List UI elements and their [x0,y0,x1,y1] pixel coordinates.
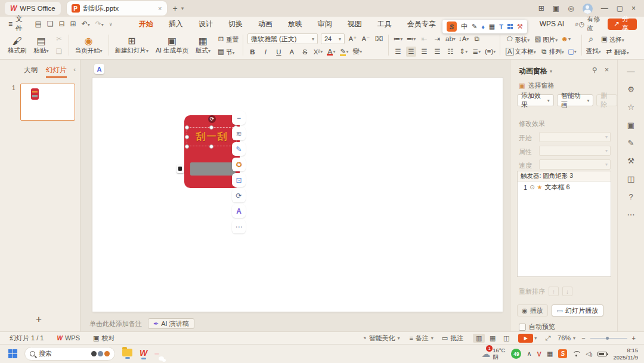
distribute-button[interactable]: ☷ [445,47,456,57]
tray-expand-icon[interactable]: ∧ [527,350,531,358]
tab-view[interactable]: 视图 [348,19,362,29]
wifi-icon[interactable] [572,351,580,356]
tab-insert[interactable]: 插入 [169,19,183,29]
properties-icon[interactable]: ⚙ [627,85,634,94]
selection-handle[interactable] [185,125,189,130]
italic-button[interactable]: I [261,47,271,57]
align-left-button[interactable]: ☰ [393,47,403,57]
bullets-button[interactable]: ≔▾ [393,34,403,44]
text-direction-button[interactable]: ab▾ [445,34,456,44]
comment-marker[interactable] [177,165,184,173]
decrease-font-icon[interactable]: A⁻ [361,34,371,44]
screenshot-icon[interactable]: ⊞ [538,4,544,13]
restore-button[interactable]: ▢ [617,4,623,13]
tab-list-caret-icon[interactable]: ▾ [181,5,184,11]
weather-widget[interactable]: ☁ 1 16°C 阴 [481,347,505,361]
tray-voice-icon[interactable]: ▦ [547,350,553,358]
add-effect-button[interactable]: 添加效果▾ [517,94,554,106]
new-tab-button[interactable]: + [173,4,178,13]
editing-canvas[interactable]: A ⟳ 刮一刮 − ≋ ✎ ✪ [81,60,510,331]
hide-strip-icon[interactable]: — [627,67,635,76]
outline-tab[interactable]: 大纲 [24,66,38,75]
select-button[interactable]: ▣选择▾ [599,34,624,44]
tab-wps-ai[interactable]: WPS AI [540,20,564,28]
layout-button[interactable]: ▦ 版式▾ [194,36,212,55]
save-icon[interactable]: ▤ [35,20,41,28]
scratch-area-rect[interactable] [190,162,236,176]
print-icon[interactable]: ⊟ [59,20,65,28]
tab-transition[interactable]: 切换 [228,19,243,29]
file-explorer-app[interactable] [122,349,132,359]
start-button[interactable] [8,349,17,358]
ribbon-search-icon[interactable]: ⌕ [575,20,579,28]
ai-generate-button[interactable]: ▣ AI 生成单页 [154,36,190,55]
play-from-page-button[interactable]: ◉ 当页开始▾ [73,36,104,55]
section-button[interactable]: ▤节▾ [216,47,239,57]
copy-pane-icon[interactable]: ▣ [627,121,634,130]
wps-status-chip[interactable]: W WPS [57,334,80,342]
normal-view-button[interactable]: ▥ [473,334,485,343]
zoom-slider[interactable] [590,338,627,339]
property-select[interactable]: ▾ [539,146,611,156]
layers-icon[interactable]: ≋ [232,127,246,140]
tab-design[interactable]: 设计 [199,19,213,29]
tab-slideshow[interactable]: 放映 [288,19,302,29]
ai-assistant-icon[interactable]: A [94,64,104,74]
paragraph-spacing-button[interactable]: ≣▾ [472,47,482,57]
zoom-level[interactable]: 76%▾ [558,334,575,342]
selection-handle[interactable] [185,144,189,149]
clear-format-icon[interactable]: ⌧ [374,34,384,44]
workspace-icon[interactable]: ▣ [553,4,559,13]
tab-close-icon[interactable]: × [158,5,162,12]
skin-icon[interactable]: ◎ [568,4,574,13]
taskbar-search[interactable]: 搜索 [24,347,115,361]
auto-preview-option[interactable]: 自动预览 [519,322,555,331]
comment-button[interactable]: ▭ 批注 [442,334,463,343]
selection-handle[interactable] [209,144,213,149]
taskbar-clock[interactable]: 8:15 2025/11/9 [613,347,638,361]
brush-icon[interactable]: ✎ [232,142,246,156]
reset-button[interactable]: ⊡重置 [216,34,239,44]
reference-book-icon[interactable]: ◫ [627,174,634,183]
slide-surface[interactable]: ⟳ 刮一刮 [92,78,503,312]
align-text-button[interactable]: (≡)▾ [485,47,496,57]
selection-pane-link[interactable]: ▣ 选择窗格 [519,81,554,90]
underline-button[interactable]: U [274,47,284,57]
textbox-button[interactable]: 🄰文本框▾ [504,47,536,57]
ime-mode-toggle[interactable]: 中 [461,22,467,31]
char-spacing-button[interactable]: A [287,47,297,57]
monitor-icon[interactable]: ⊡ [232,173,246,187]
slideshow-start-button[interactable]: ▶ [518,334,533,343]
quickbar-caret-icon[interactable]: ∨ [109,21,113,27]
text-effects-button[interactable]: 變▾ [352,47,363,57]
proofread-button[interactable]: ▣ 校对 [93,334,114,343]
avatar-insert-icon[interactable]: ☻▾ [561,34,571,44]
ime-pen-icon[interactable]: ✎ [472,23,477,30]
favorites-star-icon[interactable]: ☆ [627,103,634,112]
fit-slide-icon[interactable]: ⤢ [545,334,550,342]
rotate-handle[interactable]: ⟳ [208,115,216,123]
edit-chart-icon[interactable]: ✎ [628,139,634,147]
collapse-panel-icon[interactable]: ‹ [73,66,76,73]
move-down-button[interactable]: ↓ [562,287,572,296]
slides-tab[interactable]: 幻灯片 [46,66,67,75]
strikethrough-button[interactable]: S [300,47,310,57]
paste-button[interactable]: ▤ 粘贴▾ [32,36,51,55]
convert-smartart-icon[interactable]: ⧉ [472,34,482,44]
picture-button[interactable]: ▧图片▾ [532,34,558,44]
minimize-button[interactable]: — [601,4,608,13]
search-tool-icon[interactable]: ⌕ [586,34,596,44]
volume-icon[interactable]: ◁) [586,350,592,358]
reading-view-button[interactable]: ◫ [500,334,512,343]
tab-animation[interactable]: 动画 [258,19,273,29]
arrange-button[interactable]: ⧉排列▾ [539,47,564,57]
feedback-comment-icon[interactable]: ⋯ [627,210,635,219]
app-menu-chip[interactable]: W WPS Office [5,2,61,15]
print-preview-icon[interactable]: ⊞ [70,20,76,28]
screen-insert-icon[interactable]: ▢▾ [567,47,577,57]
close-button[interactable]: × [631,4,636,13]
tab-member[interactable]: 会员专享 [407,19,436,29]
redo-icon[interactable]: ↷▾ [95,20,104,28]
zoom-in-button[interactable]: + [632,334,636,342]
auto-preview-checkbox[interactable] [519,324,526,331]
